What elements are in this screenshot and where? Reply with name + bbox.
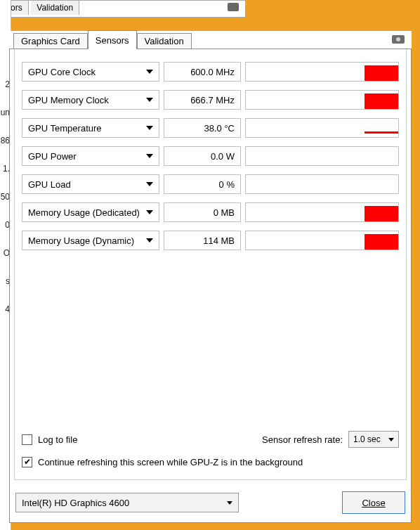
tab-validation[interactable]: Validation [137, 33, 192, 49]
sensor-value: 38.0 °C [164, 118, 241, 138]
window-footer: Intel(R) HD Graphics 4600 Close [15, 490, 405, 515]
gpu-select-value: Intel(R) HD Graphics 4600 [22, 498, 129, 508]
camera-icon [228, 3, 239, 11]
sensor-label-dropdown[interactable]: GPU Core Clock [22, 62, 159, 82]
close-button[interactable]: Close [342, 491, 405, 514]
sensor-graph [245, 118, 399, 138]
sensor-value: 114 MB [164, 231, 241, 250]
sensor-graph [245, 90, 399, 110]
bg-tab-validation: Validation [31, 1, 79, 15]
sensor-label-text: GPU Power [28, 151, 77, 162]
sensor-row: GPU Memory Clock 666.7 MHz [22, 86, 399, 114]
gpuz-window: Graphics Card Sensors Validation GPU Cor… [9, 31, 412, 523]
sensor-value: 0.0 W [164, 146, 241, 166]
background-window-tabs: sors Validation [0, 0, 246, 18]
sensor-label-dropdown[interactable]: GPU Memory Clock [22, 90, 159, 110]
sensor-label-dropdown[interactable]: GPU Temperature [22, 118, 159, 138]
refresh-rate-select[interactable]: 1.0 sec [348, 431, 399, 448]
sensors-panel: GPU Core Clock 600.0 MHz GPU Memory Cloc… [14, 49, 407, 480]
chevron-down-icon [146, 154, 153, 158]
chevron-down-icon [227, 501, 232, 505]
sensor-label-text: Memory Usage (Dedicated) [28, 207, 140, 218]
sensor-row: GPU Load 0 % [22, 170, 399, 198]
chevron-down-icon [146, 126, 153, 130]
refresh-rate-label: Sensor refresh rate: [262, 434, 343, 445]
sensor-value: 0 MB [164, 202, 241, 222]
sensor-row: Memory Usage (Dedicated) 0 MB [22, 198, 399, 226]
sensor-label-dropdown[interactable]: GPU Load [22, 174, 159, 194]
tab-sensors[interactable]: Sensors [88, 30, 137, 49]
chevron-down-icon [146, 98, 153, 102]
close-button-label: Close [362, 498, 385, 508]
sensor-label-dropdown[interactable]: Memory Usage (Dynamic) [22, 231, 159, 250]
sensor-value: 0 % [164, 174, 241, 194]
camera-icon[interactable] [392, 35, 405, 44]
sensor-value: 666.7 MHz [164, 90, 241, 110]
sensor-label-text: GPU Temperature [28, 123, 102, 134]
sensor-graph [245, 146, 399, 166]
refresh-rate-value: 1.0 sec [353, 434, 381, 444]
sensor-graph [245, 202, 399, 222]
chevron-down-icon [146, 182, 153, 186]
chevron-down-icon [388, 438, 394, 441]
sensor-label-text: GPU Load [28, 179, 71, 190]
sensor-graph [245, 174, 399, 194]
sensor-value: 600.0 MHz [164, 62, 241, 82]
sensor-label-text: Memory Usage (Dynamic) [28, 235, 134, 246]
sensor-label-text: GPU Core Clock [28, 67, 96, 77]
sensor-row: GPU Core Clock 600.0 MHz [22, 58, 399, 86]
chevron-down-icon [146, 210, 153, 214]
background-refresh-label: Continue refreshing this screen while GP… [38, 457, 303, 467]
gpu-select[interactable]: Intel(R) HD Graphics 4600 [15, 493, 239, 512]
sensor-label-text: GPU Memory Clock [28, 95, 109, 105]
chevron-down-icon [146, 70, 153, 74]
chevron-down-icon [146, 238, 153, 243]
sensor-row: GPU Temperature 38.0 °C [22, 114, 399, 142]
sensor-graph [245, 62, 399, 82]
log-to-file-checkbox[interactable] [22, 434, 32, 445]
sensor-row: GPU Power 0.0 W [22, 142, 399, 170]
tab-bar: Graphics Card Sensors Validation [9, 31, 412, 49]
sensor-label-dropdown[interactable]: Memory Usage (Dedicated) [22, 202, 159, 222]
sensor-graph [245, 231, 399, 250]
tab-graphics-card[interactable]: Graphics Card [13, 33, 88, 49]
background-refresh-checkbox[interactable]: ✔ [22, 457, 32, 467]
options-area: Log to file Sensor refresh rate: 1.0 sec… [22, 430, 399, 472]
sensor-row: Memory Usage (Dynamic) 114 MB [22, 226, 399, 254]
sensor-label-dropdown[interactable]: GPU Power [22, 146, 159, 166]
log-to-file-label: Log to file [38, 434, 77, 445]
